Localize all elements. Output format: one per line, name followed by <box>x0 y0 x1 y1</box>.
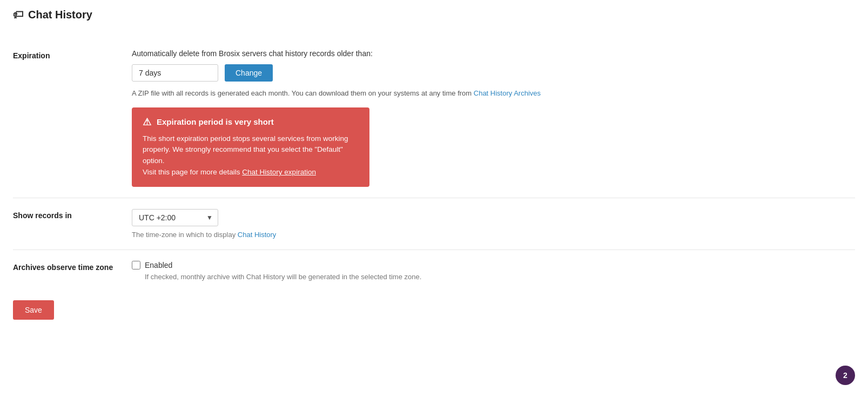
expiration-input[interactable] <box>132 64 218 82</box>
warning-title: Expiration period is very short <box>157 117 274 126</box>
chat-history-timezone-link[interactable]: Chat History <box>238 231 277 239</box>
show-records-label: Show records in <box>13 209 132 239</box>
show-records-section: Show records in UTC -12:00 UTC -11:00 UT… <box>13 198 855 250</box>
chat-history-expiration-link[interactable]: Chat History expiration <box>242 168 316 176</box>
notification-badge[interactable]: 2 <box>836 366 855 385</box>
expiration-content: Automatically delete from Brosix servers… <box>132 49 855 187</box>
warning-triangle-icon: ⚠ <box>143 116 151 128</box>
chat-history-icon: 🏷 <box>13 9 24 21</box>
archives-timezone-content: Enabled If checked, monthly archive with… <box>132 261 855 281</box>
save-button[interactable]: Save <box>13 300 54 320</box>
warning-box: ⚠ Expiration period is very short This s… <box>132 107 369 187</box>
show-records-content: UTC -12:00 UTC -11:00 UTC -10:00 UTC -9:… <box>132 209 855 239</box>
archives-enabled-text: Enabled <box>145 261 172 269</box>
page-container: 🏷 Chat History Expiration Automatically … <box>0 0 868 398</box>
page-title-text: Chat History <box>28 9 92 21</box>
expiration-label: Expiration <box>13 49 132 187</box>
page-title: 🏷 Chat History <box>13 9 855 25</box>
expiration-info-text: A ZIP file with all records is generated… <box>132 88 855 99</box>
archives-enabled-label[interactable]: Enabled <box>132 261 855 269</box>
timezone-select[interactable]: UTC -12:00 UTC -11:00 UTC -10:00 UTC -9:… <box>132 209 218 226</box>
archives-timezone-label: Archives observe time zone <box>13 261 132 281</box>
change-button[interactable]: Change <box>225 64 273 82</box>
timezone-select-wrapper: UTC -12:00 UTC -11:00 UTC -10:00 UTC -9:… <box>132 209 218 226</box>
expiration-description: Automatically delete from Brosix servers… <box>132 49 855 58</box>
archives-enabled-checkbox[interactable] <box>132 261 140 269</box>
warning-body: This short expiration period stops sever… <box>143 133 359 179</box>
warning-header: ⚠ Expiration period is very short <box>143 116 359 128</box>
expiration-controls: Change <box>132 64 855 82</box>
archives-hint: If checked, monthly archive with Chat Hi… <box>145 273 855 281</box>
expiration-section: Expiration Automatically delete from Bro… <box>13 38 855 198</box>
chat-history-archives-link[interactable]: Chat History Archives <box>474 89 541 97</box>
timezone-hint: The time-zone in which to display Chat H… <box>132 231 855 239</box>
archives-timezone-section: Archives observe time zone Enabled If ch… <box>13 250 855 292</box>
